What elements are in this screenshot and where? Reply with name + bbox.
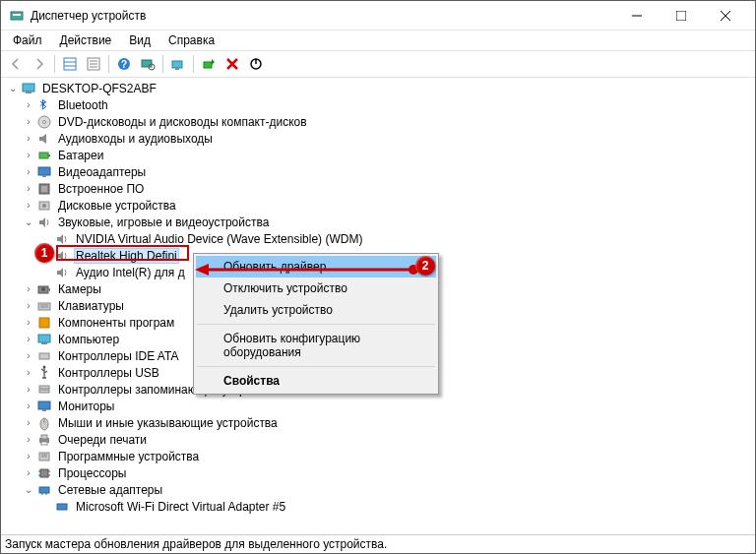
- expand-icon[interactable]: ›: [21, 465, 36, 481]
- tree-item[interactable]: ›Встроенное ПО: [1, 180, 755, 197]
- close-button[interactable]: [703, 1, 747, 30]
- svg-rect-28: [48, 154, 50, 156]
- menu-action[interactable]: Действие: [52, 31, 120, 49]
- expand-icon[interactable]: ›: [21, 114, 36, 130]
- svg-marker-68: [195, 264, 209, 276]
- svg-rect-49: [42, 409, 46, 411]
- tree-item[interactable]: ›Дисковые устройства: [1, 197, 755, 214]
- app-icon: [9, 8, 25, 24]
- software-device-icon: [36, 449, 52, 464]
- tree-item[interactable]: ›Видеоадаптеры: [1, 163, 755, 180]
- context-uninstall-device[interactable]: Удалить устройство: [196, 299, 436, 321]
- ide-icon: [36, 348, 52, 364]
- help-icon[interactable]: ?: [113, 53, 135, 75]
- expand-icon[interactable]: ›: [21, 315, 36, 331]
- toolbar: ?: [1, 50, 755, 78]
- printer-icon: [36, 432, 52, 448]
- toolbar-separator: [193, 55, 194, 73]
- disk-icon: [36, 198, 52, 214]
- svg-rect-43: [41, 342, 47, 344]
- svg-point-34: [42, 204, 46, 208]
- tree-item[interactable]: ›Аудиовходы и аудиовыходы: [1, 130, 755, 147]
- svg-rect-3: [676, 11, 686, 21]
- expand-icon[interactable]: ›: [21, 332, 36, 347]
- forward-button[interactable]: [29, 53, 50, 75]
- svg-rect-18: [175, 68, 179, 70]
- annotation-marker-1: 1: [34, 243, 54, 263]
- usb-icon: [36, 365, 52, 381]
- computer-icon: [21, 81, 36, 96]
- svg-rect-48: [38, 401, 50, 409]
- device-tree[interactable]: ⌄ DESKTOP-QFS2ABF ›Bluetooth ›DVD-дисков…: [1, 78, 755, 534]
- enable-device-icon[interactable]: [198, 53, 220, 75]
- collapse-icon[interactable]: ⌄: [21, 215, 36, 230]
- tree-item[interactable]: ›Bluetooth: [1, 96, 755, 113]
- tree-item-network[interactable]: ⌄Сетевые адаптеры: [1, 481, 755, 498]
- expand-icon[interactable]: ›: [21, 148, 36, 163]
- disable-icon[interactable]: [245, 53, 267, 75]
- expand-icon[interactable]: ›: [21, 449, 36, 464]
- expand-icon[interactable]: ›: [21, 365, 36, 381]
- back-button[interactable]: [5, 53, 27, 75]
- expand-icon[interactable]: ›: [21, 399, 36, 414]
- expand-icon[interactable]: ›: [21, 382, 36, 398]
- tree-item[interactable]: ›Мыши и иные указывающие устройства: [1, 414, 755, 431]
- tree-item-audio[interactable]: ⌄Звуковые, игровые и видеоустройства: [1, 214, 755, 230]
- svg-rect-27: [39, 153, 48, 158]
- menu-view[interactable]: Вид: [121, 31, 158, 49]
- svg-rect-66: [57, 504, 67, 510]
- tree-item[interactable]: ›Очереди печати: [1, 431, 755, 448]
- properties-icon[interactable]: [83, 53, 104, 75]
- collapse-icon[interactable]: ⌄: [5, 81, 21, 96]
- expand-icon[interactable]: ›: [21, 348, 36, 364]
- expand-icon[interactable]: ›: [21, 97, 36, 113]
- tree-item[interactable]: ›Процессоры: [1, 464, 755, 481]
- toolbar-separator: [54, 55, 55, 73]
- tree-device-item[interactable]: Microsoft Wi-Fi Direct Virtual Adapter #…: [1, 498, 755, 515]
- expand-icon[interactable]: ›: [21, 415, 36, 431]
- expand-icon[interactable]: ›: [21, 432, 36, 448]
- camera-icon: [36, 281, 52, 297]
- svg-rect-53: [41, 435, 47, 439]
- collapse-icon[interactable]: ⌄: [21, 482, 36, 498]
- svg-point-36: [41, 287, 45, 291]
- svg-point-26: [43, 120, 46, 123]
- expand-icon[interactable]: ›: [21, 164, 36, 180]
- menu-help[interactable]: Справка: [160, 31, 222, 49]
- context-disable-device[interactable]: Отключить устройство: [196, 277, 436, 299]
- tree-root[interactable]: ⌄ DESKTOP-QFS2ABF: [1, 80, 755, 96]
- device-manager-window: Диспетчер устройств Файл Действие Вид Сп…: [0, 0, 756, 554]
- network-adapter-icon: [54, 499, 70, 515]
- context-separator: [197, 366, 435, 367]
- expand-icon[interactable]: ›: [21, 298, 36, 314]
- mouse-icon: [36, 415, 52, 431]
- update-driver-icon[interactable]: [167, 53, 189, 75]
- menu-file[interactable]: Файл: [5, 31, 50, 49]
- annotation-box-1: [56, 245, 189, 261]
- uninstall-icon[interactable]: [221, 53, 243, 75]
- expand-icon[interactable]: ›: [21, 281, 36, 297]
- context-scan-hardware[interactable]: Обновить конфигурацию оборудования: [196, 328, 436, 363]
- toolbar-separator: [108, 55, 109, 73]
- maximize-button[interactable]: [659, 1, 703, 30]
- tree-item[interactable]: ›Батареи: [1, 147, 755, 163]
- tree-item[interactable]: ›DVD-дисководы и дисководы компакт-диско…: [1, 113, 755, 130]
- svg-point-45: [43, 365, 46, 368]
- svg-rect-47: [39, 390, 49, 393]
- svg-rect-63: [39, 487, 49, 493]
- display-icon: [36, 164, 52, 180]
- tree-item[interactable]: ›Программные устройства: [1, 448, 755, 464]
- show-hidden-icon[interactable]: [59, 53, 81, 75]
- expand-icon[interactable]: ›: [21, 131, 36, 147]
- context-properties[interactable]: Свойства: [196, 370, 436, 392]
- scan-hardware-icon[interactable]: [137, 53, 158, 75]
- expand-icon[interactable]: ›: [21, 181, 36, 197]
- minimize-button[interactable]: [614, 1, 659, 30]
- expand-icon[interactable]: ›: [21, 198, 36, 214]
- network-icon: [36, 482, 52, 498]
- svg-rect-1: [13, 14, 21, 16]
- tree-item[interactable]: ›Мониторы: [1, 398, 755, 414]
- window-controls: [614, 1, 747, 30]
- annotation-arrow: [195, 263, 419, 277]
- software-icon: [36, 315, 52, 331]
